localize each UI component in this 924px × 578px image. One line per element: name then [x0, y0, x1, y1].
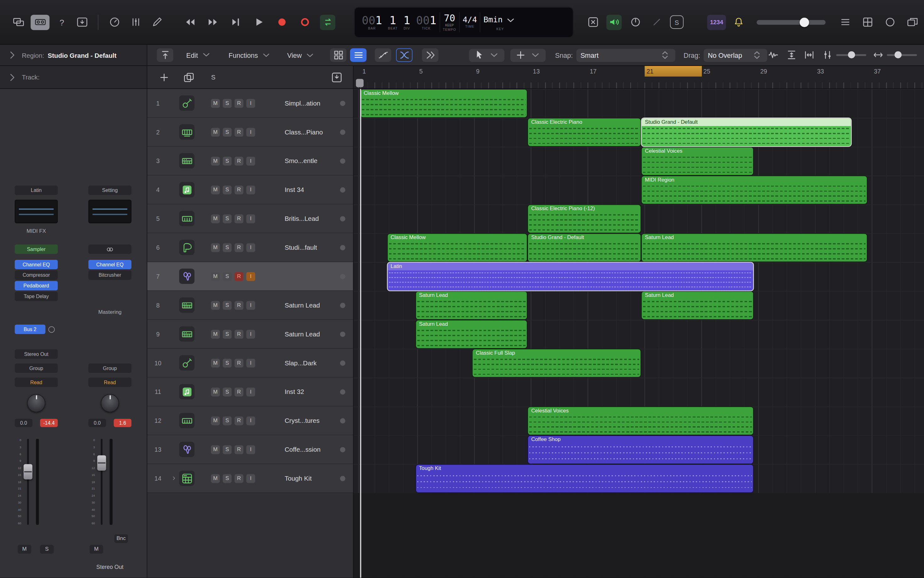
pencil-icon[interactable] [149, 15, 164, 30]
plugin-slot-button[interactable]: Pedalboard [15, 281, 58, 290]
snap-mode-select[interactable]: Smart [576, 49, 675, 62]
note-pads-icon[interactable] [860, 15, 875, 30]
cycle-button[interactable] [320, 15, 335, 30]
volume-value[interactable]: -14.4 [40, 419, 58, 427]
track-mute-button[interactable]: M [211, 99, 220, 107]
track-record-button[interactable]: R [234, 330, 243, 338]
group-slot-button[interactable]: Group [88, 364, 131, 373]
count-in-button[interactable]: 1234 [707, 15, 726, 30]
track-mute-button[interactable]: M [211, 387, 220, 396]
fader-cap[interactable] [97, 455, 106, 471]
go-to-end-button[interactable] [228, 15, 244, 30]
track-record-button[interactable]: R [234, 128, 243, 136]
view-menu[interactable]: View [287, 49, 316, 61]
track-record-button[interactable]: R [234, 214, 243, 223]
region[interactable]: MIDI Region [642, 176, 867, 204]
region[interactable]: Classic Electric Piano [528, 119, 641, 146]
fader-lane[interactable] [23, 438, 33, 526]
track-record-button[interactable]: R [234, 185, 243, 194]
region[interactable]: Celestial Voices [528, 407, 753, 435]
record-button[interactable] [274, 15, 290, 30]
functions-menu[interactable]: Functions [228, 49, 272, 61]
region[interactable]: Celestial Voices [642, 147, 753, 175]
split-button[interactable] [422, 49, 439, 62]
region[interactable]: Classic Electric Piano (-12) [528, 205, 641, 233]
track-solo-button[interactable]: S [223, 99, 232, 107]
region[interactable]: Classic Full Slap [473, 349, 641, 377]
track-input-button[interactable]: I [246, 185, 255, 194]
region[interactable]: Studio Grand - Default [528, 234, 641, 261]
plugin-slot-button[interactable]: Channel EQ [15, 260, 58, 269]
track-mute-button[interactable]: M [211, 128, 220, 136]
track-record-button[interactable]: R [234, 243, 243, 252]
disclosure-chevron-icon[interactable] [6, 49, 18, 61]
disclosure-chevron-icon[interactable] [6, 71, 18, 83]
track-row[interactable]: 1MSRISimpl...ation [147, 89, 353, 118]
track-row[interactable]: 4MSRIInst 34 [147, 175, 353, 205]
channel-setting-button[interactable]: Setting [88, 186, 131, 195]
mute-button[interactable]: M [18, 545, 31, 554]
vertical-fit-icon[interactable] [786, 49, 797, 61]
track-mute-button[interactable]: M [211, 474, 220, 482]
eq-thumbnail[interactable] [88, 200, 131, 223]
rows-view-button[interactable] [350, 49, 367, 62]
metronome-bell-icon[interactable] [731, 15, 746, 30]
master-volume-slider[interactable] [757, 15, 826, 30]
pan-value[interactable]: 0.0 [88, 419, 106, 427]
track-record-button[interactable]: R [234, 272, 243, 281]
pan-knob[interactable] [27, 394, 45, 412]
slider-knob[interactable] [799, 17, 808, 27]
track-solo-button[interactable]: S [223, 243, 232, 252]
track-solo-button[interactable]: S [223, 387, 232, 396]
instrument-slot-button[interactable]: Sampler [15, 244, 58, 254]
track-solo-button[interactable]: S [223, 185, 232, 194]
duplicate-track-button[interactable] [181, 70, 197, 84]
track-input-button[interactable]: I [246, 416, 255, 425]
track-solo-button[interactable]: S [223, 156, 232, 165]
plugin-slot-button[interactable]: Compressor [15, 271, 58, 280]
slash-icon[interactable] [649, 15, 664, 30]
track-mute-button[interactable]: M [211, 243, 220, 252]
automation-mode-button[interactable]: Read [15, 378, 58, 387]
bar-ruler[interactable]: 15913172125293337 [353, 66, 924, 89]
track-row[interactable]: 14MSRITough Kit [147, 464, 353, 493]
loop-browser-icon[interactable] [882, 15, 898, 30]
region[interactable]: Saturn Lead [416, 320, 527, 348]
lcd-key[interactable]: Bmin KEY [480, 14, 520, 31]
forward-button[interactable] [205, 15, 221, 30]
track-record-button[interactable]: R [234, 99, 243, 107]
track-input-button[interactable]: I [246, 330, 255, 338]
solo-tracks-button[interactable]: S [205, 70, 222, 84]
control-bar-display-icon[interactable] [31, 15, 50, 30]
track-input-button[interactable]: I [246, 387, 255, 396]
fader-cap[interactable] [24, 464, 33, 480]
region[interactable]: Saturn Lead [642, 292, 753, 319]
track-solo-button[interactable]: S [223, 272, 232, 281]
dial-icon[interactable] [628, 15, 643, 30]
track-input-button[interactable]: I [246, 474, 255, 482]
track-mute-button[interactable]: M [211, 330, 220, 338]
track-record-button[interactable]: R [234, 387, 243, 396]
playhead[interactable] [360, 89, 361, 578]
track-row[interactable]: 9MSRISaturn Lead [147, 320, 353, 349]
crossfade-button[interactable] [396, 49, 413, 62]
pan-knob[interactable] [101, 394, 119, 412]
track-solo-button[interactable]: S [223, 330, 232, 338]
track-input-button[interactable]: I [246, 300, 255, 309]
track-mute-button[interactable]: M [211, 416, 220, 425]
catch-playhead-button[interactable] [157, 49, 174, 62]
output-slot-button[interactable]: Stereo Out [15, 349, 58, 359]
tuner-icon[interactable] [128, 15, 143, 30]
track-zoom-button[interactable] [328, 70, 345, 84]
eq-thumbnail[interactable] [15, 200, 58, 223]
track-row[interactable]: 5MSRIBritis...Lead [147, 205, 353, 234]
stereo-format-button[interactable] [88, 244, 131, 254]
automation-mode-button[interactable]: Read [88, 378, 131, 387]
region[interactable]: Tough Kit [416, 464, 753, 492]
horizontal-fit-icon[interactable] [803, 49, 815, 61]
channel-setting-button[interactable]: Latin [15, 186, 58, 195]
metronome-dial-icon[interactable] [107, 15, 122, 30]
track-input-button[interactable]: I [246, 214, 255, 223]
track-solo-button[interactable]: S [223, 416, 232, 425]
track-row[interactable]: 6MSRIStudi...fault [147, 234, 353, 262]
